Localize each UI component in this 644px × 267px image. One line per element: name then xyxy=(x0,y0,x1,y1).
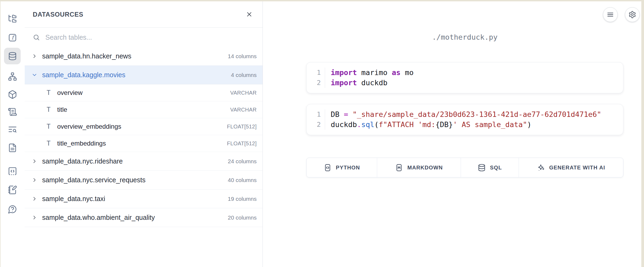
add-python-button[interactable]: PYTHON xyxy=(307,158,377,177)
notebook-area: ./motherduck.py 12import marimo as moimp… xyxy=(263,1,641,267)
code-line: duckdb.sql(f"ATTACH 'md:{DB}' AS sample_… xyxy=(331,120,601,130)
code-token: ' AS sample_data" xyxy=(453,120,527,129)
column-row[interactable]: Ttitle_embeddingsFLOAT[512] xyxy=(25,135,263,152)
table-name: sample_data.nyc.taxi xyxy=(42,195,105,203)
notebook-content: ./motherduck.py 12import marimo as moimp… xyxy=(306,1,623,177)
close-panel-button[interactable] xyxy=(243,9,255,20)
column-name: title xyxy=(57,106,67,113)
add-button-label: GENERATE WITH AI xyxy=(549,165,605,171)
code-editor[interactable]: DB = "_share/sample_data/23b0d623-1361-4… xyxy=(325,109,601,130)
line-number-gutter: 12 xyxy=(307,68,325,88)
code-panel-icon xyxy=(323,164,332,172)
close-icon xyxy=(246,11,253,18)
function-square-icon: f xyxy=(8,33,17,42)
search-icon xyxy=(33,34,40,41)
code-token: {DB} xyxy=(435,120,453,129)
chevron-right-icon xyxy=(31,214,38,221)
code-token: import xyxy=(331,68,357,77)
add-markdown-button[interactable]: MARKDOWN xyxy=(377,158,461,177)
sidebar-item-file-explorer[interactable] xyxy=(4,10,21,27)
app-window: f DATASOURCES sample_data.hn.hacker_news… xyxy=(1,1,641,267)
database-icon xyxy=(478,164,486,172)
table-column-count: 20 columns xyxy=(228,214,257,221)
sidebar-item-help[interactable] xyxy=(4,201,21,217)
code-token xyxy=(348,110,352,118)
code-token: DB xyxy=(331,110,344,118)
notebook-pen-icon xyxy=(8,185,17,195)
table-column-count: 4 columns xyxy=(231,72,257,78)
code-token: duckdb xyxy=(331,120,357,129)
table-row[interactable]: sample_data.who.ambient_air_quality20 co… xyxy=(25,208,263,227)
column-type: FLOAT[512] xyxy=(227,140,257,147)
code-cell[interactable]: 12import marimo as moimport duckdb xyxy=(306,62,623,93)
help-bubble-icon xyxy=(8,205,17,214)
column-name: overview xyxy=(57,89,83,97)
table-row[interactable]: sample_data.hn.hacker_news14 columns xyxy=(25,47,263,66)
column-type: VARCHAR xyxy=(230,90,257,96)
table-row[interactable]: sample_data.nyc.service_requests40 colum… xyxy=(25,171,263,190)
code-token: sql xyxy=(361,120,374,129)
panel-title: DATASOURCES xyxy=(33,11,243,18)
text-search-icon xyxy=(8,125,17,134)
code-token: ( xyxy=(374,120,379,129)
text-type-icon: T xyxy=(46,89,52,97)
code-cell[interactable]: 12DB = "_share/sample_data/23b0d623-1361… xyxy=(306,104,623,135)
svg-text:f: f xyxy=(12,35,15,41)
table-column-count: 14 columns xyxy=(228,53,257,60)
line-number-gutter: 12 xyxy=(307,109,325,130)
code-editor[interactable]: import marimo as moimport duckdb xyxy=(325,68,414,88)
column-name: overview_embeddings xyxy=(57,123,121,130)
sidebar-item-trace-search[interactable] xyxy=(4,121,21,138)
sidebar-item-dependencies[interactable] xyxy=(4,68,21,85)
code-token: mo xyxy=(401,68,414,77)
chevron-right-icon xyxy=(31,158,38,164)
sidebar-item-packages[interactable] xyxy=(4,86,21,103)
column-type: FLOAT[512] xyxy=(227,124,257,130)
sidebar-item-documentation[interactable] xyxy=(4,139,21,156)
square-code-icon xyxy=(8,166,17,176)
code-token: import xyxy=(331,79,357,87)
gear-icon xyxy=(628,11,636,18)
add-sql-button[interactable]: SQL xyxy=(461,158,519,177)
table-row[interactable]: sample_data.kaggle.movies4 columns xyxy=(25,66,263,84)
table-name: sample_data.kaggle.movies xyxy=(42,71,125,79)
table-column-count: 19 columns xyxy=(228,196,257,202)
add-button-label: MARKDOWN xyxy=(407,165,443,171)
line-number: 2 xyxy=(307,78,325,88)
text-type-icon: T xyxy=(46,123,52,130)
generate-with-ai-button[interactable]: GENERATE WITH AI xyxy=(519,158,623,177)
line-number: 1 xyxy=(307,109,325,120)
code-line: DB = "_share/sample_data/23b0d623-1361-4… xyxy=(331,109,601,120)
tables-list: sample_data.hn.hacker_news14 columnssamp… xyxy=(25,47,263,267)
column-row[interactable]: ToverviewVARCHAR xyxy=(25,84,263,101)
code-token: marimo xyxy=(357,68,392,77)
sidebar-item-datasources[interactable] xyxy=(4,48,21,64)
table-name: sample_data.nyc.rideshare xyxy=(42,157,123,165)
add-button-label: PYTHON xyxy=(336,165,360,171)
markdown-panel-icon xyxy=(395,164,403,172)
column-type: VARCHAR xyxy=(230,107,257,113)
table-name: sample_data.who.ambient_air_quality xyxy=(42,214,155,221)
scroll-text-icon xyxy=(8,107,17,117)
sidebar-item-scratchpad[interactable] xyxy=(4,181,21,198)
table-row[interactable]: sample_data.nyc.taxi19 columns xyxy=(25,190,263,208)
text-type-icon: T xyxy=(46,140,52,147)
box-icon xyxy=(8,90,17,99)
table-column-count: 40 columns xyxy=(228,177,257,183)
sidebar-item-snippets[interactable] xyxy=(4,163,21,179)
datasources-panel: DATASOURCES sample_data.hn.hacker_news14… xyxy=(25,1,263,267)
table-row[interactable]: sample_data.nyc.rideshare24 columns xyxy=(25,152,263,171)
chevron-down-icon xyxy=(31,72,38,78)
settings-button[interactable] xyxy=(625,7,640,22)
line-number: 2 xyxy=(307,120,325,130)
add-cell-bar: PYTHONMARKDOWNSQLGENERATE WITH AI xyxy=(306,158,623,177)
table-name: sample_data.nyc.service_requests xyxy=(42,176,145,184)
column-row[interactable]: TtitleVARCHAR xyxy=(25,101,263,118)
sidebar-item-logs[interactable] xyxy=(4,103,21,120)
code-token: f"ATTACH 'md: xyxy=(379,120,435,129)
sidebar-item-functions[interactable]: f xyxy=(4,29,21,46)
search-input[interactable] xyxy=(45,33,255,42)
column-row[interactable]: Toverview_embeddingsFLOAT[512] xyxy=(25,118,263,135)
notebook-filename: ./motherduck.py xyxy=(306,33,623,41)
chevron-right-icon xyxy=(31,53,38,59)
